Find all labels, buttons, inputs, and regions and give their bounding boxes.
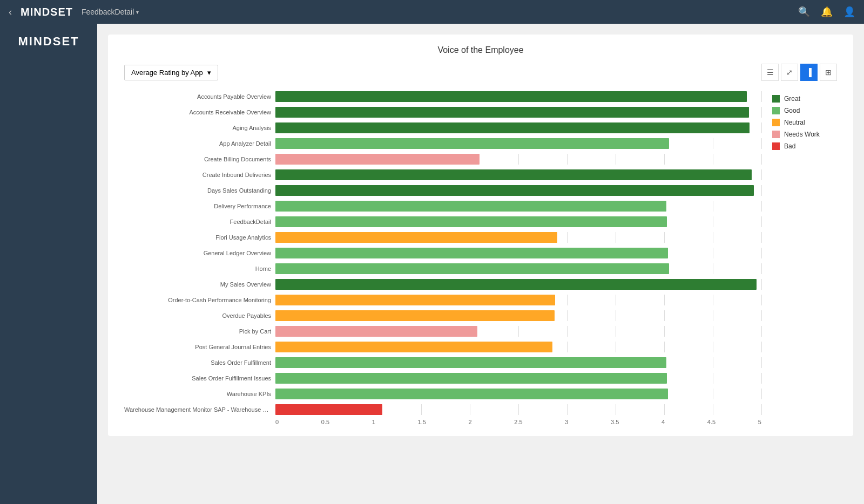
main-content: Voice of the Employee Average Rating by … bbox=[97, 24, 864, 504]
bar-label: Create Billing Documents bbox=[124, 156, 275, 162]
table-row: Create Billing Documents bbox=[124, 152, 761, 166]
legend-label: Great bbox=[784, 95, 800, 103]
nav-logo: MINDSET bbox=[21, 6, 73, 18]
legend-color-swatch bbox=[772, 95, 780, 103]
bar-label: General Ledger Overview bbox=[124, 250, 275, 256]
bar-label: Delivery Performance bbox=[124, 203, 275, 209]
bar-fill bbox=[275, 201, 666, 212]
bar-fill bbox=[275, 185, 754, 196]
bar-fill bbox=[275, 295, 555, 305]
bar-track bbox=[275, 91, 761, 102]
bar-label: App Analyzer Detail bbox=[124, 140, 275, 147]
bar-fill bbox=[275, 169, 752, 180]
bar-label: Warehouse KPIs bbox=[124, 391, 275, 397]
table-row: Delivery Performance bbox=[124, 199, 761, 213]
list-view-button[interactable]: ☰ bbox=[761, 64, 779, 81]
bell-icon[interactable]: 🔔 bbox=[821, 6, 833, 18]
bar-track bbox=[275, 216, 761, 227]
x-axis-label: 2.5 bbox=[514, 419, 522, 425]
bar-track bbox=[275, 373, 761, 384]
x-axis-label: 1 bbox=[372, 419, 375, 425]
bar-fill bbox=[275, 154, 480, 165]
bar-track bbox=[275, 122, 761, 133]
bar-label: Pick by Cart bbox=[124, 328, 275, 335]
legend-item: Needs Work bbox=[772, 131, 837, 138]
bar-fill bbox=[275, 404, 382, 415]
bar-track bbox=[275, 310, 761, 321]
bar-chart-button[interactable]: ▐ bbox=[800, 64, 818, 81]
bar-track bbox=[275, 232, 761, 243]
table-row: Days Sales Outstanding bbox=[124, 183, 761, 197]
legend-color-swatch bbox=[772, 119, 780, 126]
bar-track bbox=[275, 389, 761, 399]
bar-label: Create Inbound Deliveries bbox=[124, 172, 275, 178]
bar-label: Order-to-Cash Performance Monitoring bbox=[124, 297, 275, 303]
back-button[interactable]: ‹ bbox=[9, 6, 12, 18]
expand-button[interactable]: ⤢ bbox=[781, 64, 798, 81]
user-icon[interactable]: 👤 bbox=[843, 6, 855, 18]
bar-label: Sales Order Fulfillment bbox=[124, 359, 275, 366]
table-row: Post General Journal Entries bbox=[124, 340, 761, 354]
nav-icons: 🔍 🔔 👤 bbox=[798, 6, 855, 18]
chart-container: Voice of the Employee Average Rating by … bbox=[108, 35, 853, 436]
bar-label: Home bbox=[124, 265, 275, 272]
bar-label: Overdue Payables bbox=[124, 312, 275, 319]
legend-color-swatch bbox=[772, 142, 780, 150]
x-axis-label: 0.5 bbox=[321, 419, 329, 425]
bar-label: Warehouse Management Monitor SAP - Wareh… bbox=[124, 406, 275, 413]
bar-fill bbox=[275, 279, 757, 290]
legend-label: Neutral bbox=[784, 119, 805, 126]
legend-label: Bad bbox=[784, 142, 795, 150]
bar-fill bbox=[275, 389, 668, 399]
legend-color-swatch bbox=[772, 131, 780, 138]
x-axis-label: 3 bbox=[565, 419, 568, 425]
sidebar-logo: MINDSET bbox=[18, 35, 79, 49]
nav-title[interactable]: FeedbackDetail ▾ bbox=[82, 8, 139, 16]
table-row: Sales Order Fulfillment Issues bbox=[124, 371, 761, 385]
bar-track bbox=[275, 154, 761, 165]
legend-item: Neutral bbox=[772, 119, 837, 126]
x-axis-label: 4.5 bbox=[707, 419, 716, 425]
bar-label: My Sales Overview bbox=[124, 281, 275, 288]
chart-plot: Accounts Payable OverviewAccounts Receiv… bbox=[124, 90, 761, 425]
dropdown-arrow-icon: ▾ bbox=[207, 69, 211, 77]
grid-view-button[interactable]: ⊞ bbox=[820, 64, 837, 81]
x-axis-label: 2 bbox=[469, 419, 472, 425]
bar-fill bbox=[275, 326, 477, 337]
bar-label: Aging Analysis bbox=[124, 125, 275, 131]
bar-track bbox=[275, 169, 761, 180]
bar-track bbox=[275, 107, 761, 118]
nav-dropdown-arrow: ▾ bbox=[136, 9, 139, 15]
x-axis-label: 5 bbox=[758, 419, 761, 425]
bar-track bbox=[275, 201, 761, 212]
table-row: General Ledger Overview bbox=[124, 246, 761, 260]
bar-fill bbox=[275, 357, 666, 368]
table-row: Accounts Payable Overview bbox=[124, 90, 761, 104]
bar-fill bbox=[275, 138, 669, 149]
table-row: My Sales Overview bbox=[124, 277, 761, 291]
bar-label: Post General Journal Entries bbox=[124, 344, 275, 350]
bar-fill bbox=[275, 216, 667, 227]
table-row: Overdue Payables bbox=[124, 309, 761, 323]
table-row: Create Inbound Deliveries bbox=[124, 168, 761, 182]
bar-label: Fiori Usage Analytics bbox=[124, 234, 275, 241]
chart-toolbar: Average Rating by App ▾ ☰ ⤢ ▐ ⊞ bbox=[124, 64, 837, 81]
bar-fill bbox=[275, 91, 747, 102]
search-icon[interactable]: 🔍 bbox=[798, 6, 810, 18]
bar-track bbox=[275, 342, 761, 352]
bar-track bbox=[275, 279, 761, 290]
x-axis-label: 3.5 bbox=[611, 419, 619, 425]
table-row: Fiori Usage Analytics bbox=[124, 230, 761, 244]
table-row: Warehouse Management Monitor SAP - Wareh… bbox=[124, 403, 761, 417]
legend-color-swatch bbox=[772, 107, 780, 114]
table-row: Pick by Cart bbox=[124, 324, 761, 338]
table-row: Sales Order Fulfillment bbox=[124, 356, 761, 370]
bar-label: Days Sales Outstanding bbox=[124, 187, 275, 194]
table-row: Warehouse KPIs bbox=[124, 387, 761, 401]
x-axis: 00.511.522.533.544.55 bbox=[275, 419, 761, 425]
metric-dropdown[interactable]: Average Rating by App ▾ bbox=[124, 65, 218, 80]
table-row: FeedbackDetail bbox=[124, 215, 761, 229]
table-row: Accounts Receivable Overview bbox=[124, 105, 761, 119]
bar-track bbox=[275, 138, 761, 149]
bar-fill bbox=[275, 248, 668, 258]
